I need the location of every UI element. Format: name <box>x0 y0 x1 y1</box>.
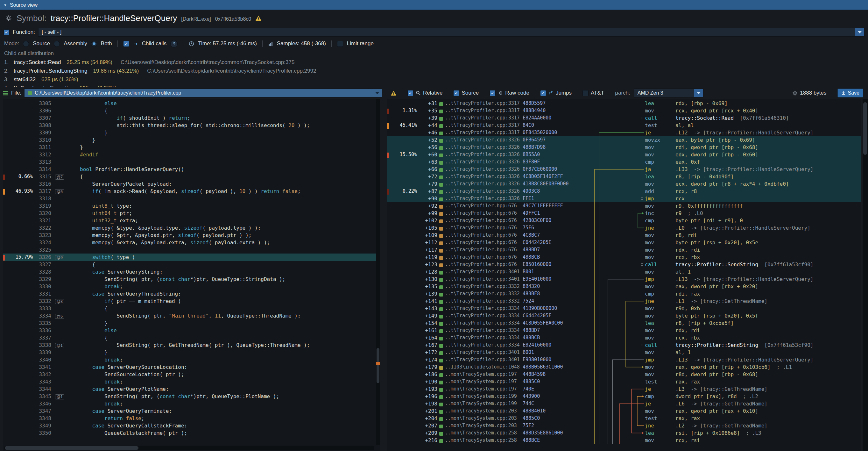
assembly-row[interactable]: +204..mon\TracySystem.cpp:2034885C0testr… <box>387 415 861 422</box>
radio-source-label[interactable]: Source <box>33 40 50 47</box>
assembly-row[interactable]: +174..t\TracyProfiler.cpp:3401E9B8010000… <box>387 356 861 363</box>
source-line[interactable]: 3345@1 SendString( ptr, (const char*)ptr… <box>3 393 380 400</box>
assembly-row[interactable]: +154..t\TracyProfiler.cpp:33344C8D055FBA… <box>387 320 861 327</box>
save-button[interactable]: Save <box>837 89 863 97</box>
source-label[interactable]: Source <box>462 90 479 96</box>
source-line[interactable]: 3307 if( shouldExit ) return; <box>3 114 380 122</box>
source-line[interactable]: 46.93%3317@5 if( !m_sock->Read( &payload… <box>3 188 380 195</box>
limit-range-label[interactable]: Limit range <box>347 40 374 47</box>
file-list-icon[interactable] <box>3 91 8 95</box>
raw-code-checkbox[interactable]: ✓ <box>490 90 496 96</box>
source-hscrollbar-thumb[interactable] <box>5 446 138 450</box>
source-line[interactable]: 3346 break; <box>3 400 380 408</box>
source-line[interactable]: 3328 case ServerQueryString: <box>3 268 380 275</box>
child-call-entry[interactable]: 4.KeSynchronizeExecution125 μs (0.27%) <box>4 84 868 87</box>
raw-code-label[interactable]: Raw code <box>505 90 529 96</box>
source-vscrollbar-thumb[interactable] <box>376 348 379 383</box>
assembly-row[interactable]: +164..t\TracyProfiler.cpp:3334488BCBmovr… <box>387 334 861 341</box>
source-line[interactable]: 3316 ServerQueryPacket payload; <box>3 180 380 188</box>
propagate-inlines-button[interactable] <box>170 40 178 48</box>
source-line[interactable]: 3309 } <box>3 129 380 136</box>
source-line[interactable]: 3332@3 if( ptr == m_mainThread ) <box>3 298 380 305</box>
source-line[interactable]: 3318 <box>3 195 380 202</box>
source-line[interactable]: 3322 memcpy( &type, &payload.type, sizeo… <box>3 224 380 232</box>
assembly-row[interactable]: 45.41%+44..t\TracyProfiler.cpp:331784C0t… <box>387 122 861 129</box>
radio-both-label[interactable]: Both <box>101 40 112 47</box>
child-call-entry[interactable]: 1.tracy::Socket::Read25.25 ms (54.89%)C:… <box>4 58 868 66</box>
function-checkbox[interactable]: ✓ <box>3 29 9 35</box>
child-call-entry[interactable]: 3.stat64i32625 μs (1.36%) <box>4 75 868 84</box>
source-line[interactable]: 3341 case ServerQuerySourceLocation: <box>3 363 380 371</box>
assembly-row[interactable]: +139..t\TracyProfiler.cpp:3332483BF8cmpr… <box>387 290 861 298</box>
assembly-row[interactable]: 15.50%+60..t\TracyProfiler.cpp:33268B55A… <box>387 151 861 158</box>
source-line[interactable]: 3344 case ServerQueryPlotName: <box>3 385 380 393</box>
assembly-row[interactable]: +99..t\TracyProfiler.hpp:67649FFC1incr9 … <box>387 210 861 217</box>
pane-divider[interactable] <box>380 99 387 451</box>
assembly-row[interactable]: +66..t\TracyProfiler.cpp:33260F87CE06000… <box>387 166 861 173</box>
assembly-row[interactable]: +172..t\TracyProfiler.cpp:3401B001moval,… <box>387 349 861 356</box>
collapse-icon[interactable]: ▼ <box>3 3 7 7</box>
source-line[interactable]: 3329 SendString( ptr, (const char*)ptr, … <box>3 275 380 283</box>
source-line[interactable]: 3305 else <box>3 100 380 107</box>
source-line[interactable]: 3338@1 SendString( ptr, GetThreadName( p… <box>3 341 380 349</box>
source-line[interactable]: 3342 SendSourceLocation( ptr ); <box>3 371 380 378</box>
jumps-label[interactable]: Jumps <box>556 90 572 96</box>
assembly-vscrollbar[interactable] <box>863 99 868 451</box>
source-line[interactable]: 3310 } <box>3 136 380 144</box>
assembly-row[interactable]: 1.31%+35..t\TracyProfiler.cpp:3317488B49… <box>387 107 861 114</box>
assembly-row[interactable]: +39..t\TracyProfiler.cpp:3317E824AA0000c… <box>387 114 861 122</box>
assembly-row[interactable]: +117..t\TracyProfiler.hpp:676488BD7movrd… <box>387 246 861 253</box>
radio-assembly-label[interactable]: Assembly <box>64 40 87 47</box>
source-line[interactable]: 3311} <box>3 144 380 151</box>
source-line[interactable]: 3333 { <box>3 305 380 312</box>
assembly-row[interactable]: +52..t\TracyProfiler.cpp:33260FB64597mov… <box>387 136 861 144</box>
child-calls-label[interactable]: Child calls <box>142 40 166 47</box>
assembly-row[interactable]: +46..t\TracyProfiler.cpp:33170F843502000… <box>387 129 861 136</box>
source-line[interactable]: 3343 break; <box>3 378 380 385</box>
assembly-row[interactable]: +196..mon\TracySystem.cpp:199443900cmpdw… <box>387 393 861 400</box>
assembly-row[interactable]: +216..mon\TracySystem.cpp:258488BCEmovrc… <box>387 437 861 444</box>
file-combo[interactable]: C:\Users\wolf\Desktop\darkrl\contrib\tra… <box>24 89 382 97</box>
source-line[interactable]: 0.66%3315@7{ <box>3 173 380 180</box>
assembly-row[interactable]: +193..mon\TracySystem.cpp:197740Eje.L3 -… <box>387 385 861 393</box>
assembly-row[interactable]: +135..t\TracyProfiler.cpp:33328B4320move… <box>387 283 861 290</box>
assembly-row[interactable]: +209..mon\TracySystem.cpp:258488D35E8861… <box>387 429 861 437</box>
assembly-row[interactable]: 0.22%+87..t\TracyProfiler.cpp:33264903C8… <box>387 188 861 195</box>
source-line[interactable]: 3340 break; <box>3 356 380 363</box>
source-line[interactable]: 3349 case ServerQueryCallstackFrame: <box>3 422 380 429</box>
assembly-row[interactable]: +105..t\TracyProfiler.hpp:67675F6jne.L0 … <box>387 224 861 232</box>
att-checkbox[interactable]: ✓ <box>583 90 589 96</box>
assembly-row[interactable]: +201..mon\TracySystem.cpp:203488B4010mov… <box>387 408 861 415</box>
assembly-row[interactable]: +79..t\TracyProfiler.cpp:3326418B8C80E0B… <box>387 180 861 188</box>
assembly-row[interactable]: +92..t\TracyProfiler.hpp:67649C7C1FFFFFF… <box>387 202 861 210</box>
limit-range-checkbox[interactable]: ✓ <box>337 41 343 47</box>
jumps-checkbox[interactable]: ✓ <box>540 90 546 96</box>
assembly-row[interactable]: +167..t\TracyProfiler.cpp:3334E824160000… <box>387 341 861 349</box>
source-line[interactable]: 3319 uint8_t type; <box>3 202 380 210</box>
source-line[interactable]: 15.79%3326@9 switch( type ) <box>3 253 380 261</box>
uarch-combo[interactable]: AMD Zen 3 <box>634 89 704 97</box>
relative-checkbox[interactable]: ✓ <box>407 90 413 96</box>
assembly-row[interactable]: +149..t\TracyProfiler.cpp:3334C64424205F… <box>387 312 861 320</box>
source-hscrollbar[interactable] <box>4 446 374 450</box>
source-line[interactable]: 3320 uint64_t ptr; <box>3 210 380 217</box>
source-line[interactable]: 3331 case ServerQueryThreadString: <box>3 290 380 298</box>
assembly-row[interactable]: +186..mon\TracySystem.cpp:197448B4598mov… <box>387 371 861 378</box>
child-calls-checkbox[interactable]: ✓ <box>123 41 129 47</box>
source-line[interactable]: 3314bool Profiler::HandleServerQuery() <box>3 166 380 173</box>
source-vscrollbar[interactable] <box>376 99 380 445</box>
source-line[interactable]: 3336 else <box>3 327 380 334</box>
assembly-row[interactable]: +119..t\TracyProfiler.hpp:676488BCBmovrc… <box>387 253 861 261</box>
source-line[interactable]: 3334@6 SendString( ptr, "Main thread", 1… <box>3 312 380 320</box>
source-checkbox[interactable]: ✓ <box>453 90 459 96</box>
source-line[interactable]: 3313 <box>3 158 380 166</box>
source-line[interactable]: 3325 <box>3 246 380 253</box>
source-line[interactable]: 3337 { <box>3 334 380 341</box>
source-line[interactable]: 3339 } <box>3 349 380 356</box>
assembly-row[interactable]: +90..t\TracyProfiler.cpp:3326FFE1jmprcx <box>387 195 861 202</box>
assembly-row[interactable]: +161..t\TracyProfiler.cpp:3334488BD7movr… <box>387 327 861 334</box>
source-line[interactable]: 3306 { <box>3 107 380 114</box>
radio-both[interactable] <box>91 41 97 47</box>
source-line[interactable]: 3350 QueueCallstackFrame( ptr ); <box>3 429 380 437</box>
source-line[interactable]: 3308 std::this_thread::sleep_for( std::c… <box>3 122 380 129</box>
